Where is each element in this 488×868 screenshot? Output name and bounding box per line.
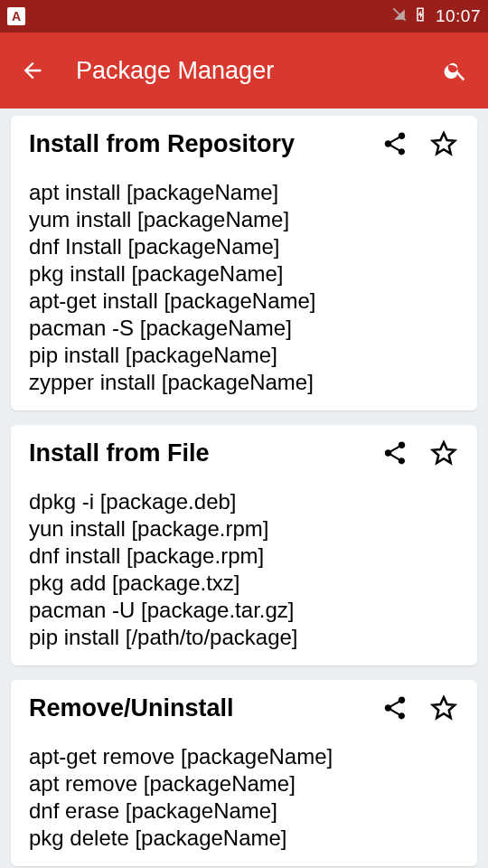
- search-button[interactable]: [437, 52, 474, 89]
- card-install-file[interactable]: Install from File dpkg -i [package.deb] …: [11, 425, 477, 665]
- favorite-button[interactable]: [428, 438, 459, 468]
- battery-charging-icon: [412, 5, 428, 28]
- share-icon: [381, 694, 408, 722]
- card-title: Install from Repository: [29, 130, 380, 158]
- no-sim-icon: [390, 5, 408, 27]
- card-install-repo[interactable]: Install from Repository apt install [pac…: [11, 116, 477, 410]
- status-time: 10:07: [436, 6, 481, 26]
- star-outline-icon: [430, 694, 457, 722]
- app-bar-title: Package Manager: [76, 57, 412, 85]
- status-bar: A 10:07: [0, 0, 488, 33]
- back-button[interactable]: [14, 52, 51, 89]
- card-body: dpkg -i [package.deb] yun install [packa…: [29, 488, 459, 651]
- card-title: Install from File: [29, 439, 380, 467]
- arrow-back-icon: [20, 58, 45, 83]
- status-right: 10:07: [387, 5, 481, 28]
- card-actions: [380, 438, 459, 468]
- favorite-button[interactable]: [428, 128, 459, 159]
- card-header: Remove/Uninstall: [29, 693, 459, 723]
- share-button[interactable]: [380, 693, 410, 723]
- card-body: apt-get remove [packageName] apt remove …: [29, 743, 459, 852]
- share-button[interactable]: [380, 128, 410, 159]
- card-body: apt install [packageName] yum install [p…: [29, 179, 459, 396]
- card-title: Remove/Uninstall: [29, 694, 380, 722]
- card-header: Install from File: [29, 438, 459, 468]
- status-app-badge: A: [7, 7, 25, 25]
- card-header: Install from Repository: [29, 128, 459, 159]
- card-actions: [380, 693, 459, 723]
- app-bar: Package Manager: [0, 33, 488, 108]
- share-icon: [381, 130, 408, 157]
- content-scroll[interactable]: Install from Repository apt install [pac…: [0, 108, 488, 868]
- search-icon: [443, 58, 468, 83]
- share-icon: [381, 439, 408, 467]
- star-outline-icon: [430, 439, 457, 467]
- favorite-button[interactable]: [428, 693, 459, 723]
- card-actions: [380, 128, 459, 159]
- status-left: A: [7, 7, 25, 25]
- share-button[interactable]: [380, 438, 410, 468]
- star-outline-icon: [430, 130, 457, 157]
- card-remove[interactable]: Remove/Uninstall apt-get remove [package…: [11, 680, 477, 866]
